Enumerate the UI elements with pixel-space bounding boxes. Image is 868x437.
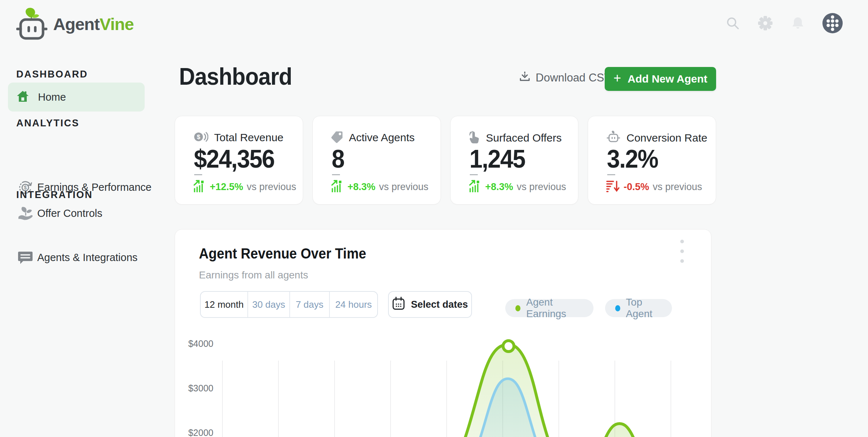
select-dates-button[interactable]: Select dates xyxy=(388,291,472,318)
tap-hand-icon xyxy=(469,131,480,145)
divider xyxy=(470,174,478,175)
divider xyxy=(607,174,615,175)
chart-subtitle: Earnings from all agents xyxy=(199,269,308,281)
chart-title: Agent Revenue Over Time xyxy=(199,245,379,262)
y-axis-tick: $2000 xyxy=(182,428,213,437)
stat-label: Surfaced Offers xyxy=(486,132,562,144)
tab-24-hours[interactable]: 24 hours xyxy=(330,292,377,317)
stat-cards-row: $ Total Revenue $24,356 xyxy=(175,116,716,205)
sidebar-section-analytics: ANALYTICS xyxy=(16,118,80,129)
legend-dot-green xyxy=(515,305,520,311)
sidebar-item-label: Home xyxy=(38,91,66,103)
stat-delta: +8.3% xyxy=(485,181,513,193)
select-dates-label: Select dates xyxy=(411,299,468,310)
stat-card-surfaced-offers: Surfaced Offers 1,245 +8.3% vs previous xyxy=(450,116,579,205)
y-axis-tick: $4000 xyxy=(182,339,213,349)
legend-chip-agent-earnings[interactable]: Agent Earnings xyxy=(505,299,593,317)
stat-card-active-agents: Active Agents 8 +8.3% vs previous xyxy=(312,116,441,205)
page-title: Dashboard xyxy=(179,63,301,90)
gridline xyxy=(671,361,671,437)
download-icon xyxy=(519,71,531,85)
stat-value: 8 xyxy=(332,144,345,173)
robot-leaf-logo-icon xyxy=(16,7,47,41)
stat-label: Conversion Rate xyxy=(626,132,707,144)
gridline xyxy=(614,361,615,437)
stat-card-conversion-rate: Conversion Rate 3.2% -0.5% vs previous xyxy=(588,116,716,205)
stat-label: Active Agents xyxy=(349,131,415,144)
gridline xyxy=(334,361,335,437)
main-content: Dashboard Download CSV + Add New Agent $ xyxy=(175,45,716,437)
stat-delta: -0.5% xyxy=(624,181,649,193)
sidebar: DASHBOARD Home ANALYTICS $ Earnings & Pe… xyxy=(0,45,159,437)
sidebar-section-dashboard: DASHBOARD xyxy=(16,69,88,80)
stat-delta: +8.3% xyxy=(348,181,375,193)
legend-dot-blue xyxy=(615,305,620,311)
chat-icon xyxy=(16,249,34,265)
stat-delta-note: vs previous xyxy=(247,181,296,193)
stat-card-total-revenue: $ Total Revenue $24,356 xyxy=(175,116,303,205)
tab-7-days[interactable]: 7 days xyxy=(290,292,330,317)
sidebar-item-offer-controls[interactable]: Offer Controls xyxy=(0,205,102,222)
add-new-agent-button[interactable]: + Add New Agent xyxy=(605,67,716,91)
legend-label: Agent Earnings xyxy=(526,297,583,320)
coin-waves-icon: $ xyxy=(193,131,208,144)
divider xyxy=(194,174,202,175)
sidebar-item-agents-integrations[interactable]: Agents & Integrations xyxy=(0,249,137,266)
tag-icon xyxy=(331,131,343,144)
legend-label: Top Agent xyxy=(626,297,662,320)
sidebar-item-label: Agents & Integrations xyxy=(37,252,137,264)
search-icon[interactable] xyxy=(725,15,741,31)
time-range-tabs: 12 month 30 days 7 days 24 hours xyxy=(200,291,378,318)
home-icon xyxy=(17,91,29,104)
gridline xyxy=(390,361,391,437)
stat-delta: +12.5% xyxy=(210,181,243,193)
gridline xyxy=(222,361,223,437)
trend-up-bars-icon xyxy=(331,180,344,194)
stat-delta-note: vs previous xyxy=(517,181,566,193)
tab-12-month[interactable]: 12 month xyxy=(201,292,248,317)
gear-icon[interactable] xyxy=(757,15,773,31)
brand-logo[interactable]: AgentVine xyxy=(16,7,134,41)
sidebar-item-home[interactable]: Home xyxy=(8,83,145,112)
sidebar-section-integration: INTEGRATION xyxy=(16,189,93,201)
y-axis-tick: $3000 xyxy=(182,383,213,394)
trend-up-bars-icon xyxy=(469,180,482,194)
gridline xyxy=(502,361,503,437)
robot-icon xyxy=(606,131,621,145)
svg-text:$: $ xyxy=(197,134,200,140)
trend-up-bars-icon xyxy=(193,180,206,194)
apps-grid-avatar[interactable] xyxy=(822,13,843,33)
revenue-chart-card: Agent Revenue Over Time Earnings from al… xyxy=(175,229,711,437)
download-csv-label: Download CSV xyxy=(536,71,612,84)
stat-value: $24,356 xyxy=(194,144,280,173)
tab-30-days[interactable]: 30 days xyxy=(248,292,290,317)
sidebar-item-label: Offer Controls xyxy=(37,207,102,219)
divider xyxy=(332,174,340,175)
stat-value: 3.2% xyxy=(607,144,662,173)
trend-down-bars-icon xyxy=(606,180,620,194)
bell-icon[interactable] xyxy=(790,15,806,31)
stat-delta-note: vs previous xyxy=(653,181,702,193)
gridline xyxy=(558,361,559,437)
add-new-agent-label: Add New Agent xyxy=(627,73,707,85)
plus-icon: + xyxy=(613,72,621,85)
stat-delta-note: vs previous xyxy=(379,181,429,193)
gridline xyxy=(446,361,447,437)
brand-name: AgentVine xyxy=(53,14,134,34)
hand-sprout-icon xyxy=(16,205,34,221)
gridline xyxy=(278,361,279,437)
legend-chip-top-agent[interactable]: Top Agent xyxy=(605,299,672,317)
kebab-menu-icon[interactable] xyxy=(678,240,686,263)
stat-label: Total Revenue xyxy=(214,131,284,144)
calendar-icon xyxy=(392,297,405,313)
download-csv-button[interactable]: Download CSV xyxy=(519,71,612,85)
stat-value: 1,245 xyxy=(469,144,529,173)
